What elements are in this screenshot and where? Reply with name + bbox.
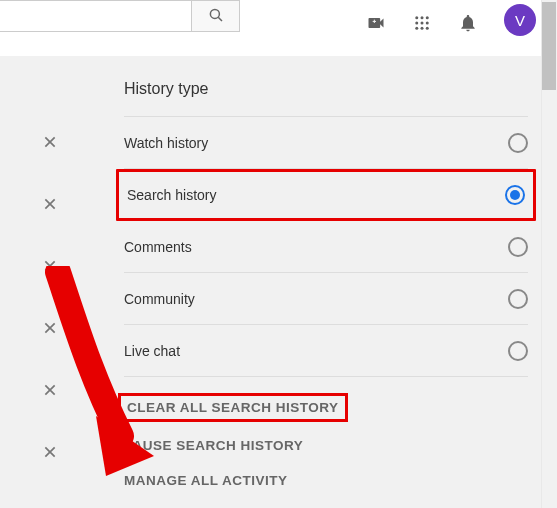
svg-point-4 xyxy=(415,16,418,19)
clear-all-search-history-button[interactable]: CLEAR ALL SEARCH HISTORY xyxy=(118,393,348,422)
svg-point-10 xyxy=(415,27,418,30)
search-box xyxy=(0,0,240,32)
svg-rect-3 xyxy=(374,20,375,23)
radio-icon xyxy=(505,185,525,205)
actions: CLEAR ALL SEARCH HISTORY PAUSE SEARCH HI… xyxy=(124,377,528,488)
svg-line-1 xyxy=(218,17,222,21)
content-area: History type Watch history Search histor… xyxy=(0,56,548,508)
radio-icon xyxy=(508,289,528,309)
search-icon xyxy=(207,6,225,27)
radio-icon xyxy=(508,133,528,153)
svg-point-0 xyxy=(210,9,219,18)
radio-icon xyxy=(508,341,528,361)
svg-point-12 xyxy=(426,27,429,30)
remove-item-icon[interactable] xyxy=(40,442,60,462)
option-label: Comments xyxy=(124,239,192,255)
avatar-initial: V xyxy=(515,12,525,29)
radio-icon xyxy=(508,237,528,257)
search-input[interactable] xyxy=(0,1,191,31)
option-community[interactable]: Community xyxy=(124,273,528,325)
create-video-icon[interactable] xyxy=(366,13,386,33)
svg-point-11 xyxy=(421,27,424,30)
history-type-panel: History type Watch history Search histor… xyxy=(100,56,548,508)
notifications-icon[interactable] xyxy=(458,13,478,33)
remove-item-icon[interactable] xyxy=(40,132,60,152)
svg-point-5 xyxy=(421,16,424,19)
option-comments[interactable]: Comments xyxy=(124,221,528,273)
apps-icon[interactable] xyxy=(412,13,432,33)
topbar: V xyxy=(0,0,548,56)
pause-search-history-button[interactable]: PAUSE SEARCH HISTORY xyxy=(124,438,303,453)
option-watch-history[interactable]: Watch history xyxy=(124,117,528,169)
option-live-chat[interactable]: Live chat xyxy=(124,325,528,377)
left-remove-column xyxy=(0,56,100,508)
remove-item-icon[interactable] xyxy=(40,256,60,276)
svg-point-7 xyxy=(415,22,418,25)
remove-item-icon[interactable] xyxy=(40,194,60,214)
svg-point-9 xyxy=(426,22,429,25)
option-search-history[interactable]: Search history xyxy=(116,169,536,221)
top-icons: V xyxy=(366,10,536,36)
avatar[interactable]: V xyxy=(504,4,536,36)
svg-point-8 xyxy=(421,22,424,25)
panel-title: History type xyxy=(124,80,528,117)
scrollbar-thumb[interactable] xyxy=(542,2,556,90)
scrollbar-track[interactable] xyxy=(541,0,557,508)
option-label: Live chat xyxy=(124,343,180,359)
manage-all-activity-button[interactable]: MANAGE ALL ACTIVITY xyxy=(124,473,288,488)
remove-item-icon[interactable] xyxy=(40,380,60,400)
option-label: Watch history xyxy=(124,135,208,151)
option-label: Search history xyxy=(127,187,216,203)
search-button[interactable] xyxy=(191,1,239,31)
remove-item-icon[interactable] xyxy=(40,318,60,338)
svg-point-6 xyxy=(426,16,429,19)
option-label: Community xyxy=(124,291,195,307)
